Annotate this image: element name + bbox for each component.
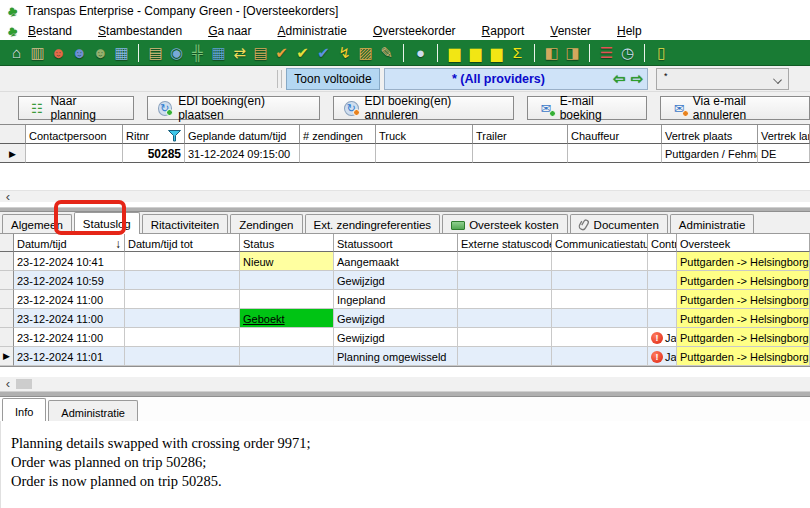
ferry-list-icon[interactable]: ▆ [486, 43, 507, 63]
naar-planning-button[interactable]: ☷ Naar planning [18, 96, 134, 120]
order-confirm-icon[interactable]: ✔ [292, 43, 313, 63]
flash-icon[interactable]: ↯ [334, 43, 355, 63]
row-selector[interactable] [0, 290, 14, 309]
menu-venster[interactable]: Venster [550, 24, 604, 38]
cell-datum-tijd[interactable]: 23-12-2024 11:00 [14, 328, 125, 347]
cell-contactpersoon[interactable] [26, 144, 123, 163]
cell-oversteek[interactable]: Puttgarden -> Helsingborg [677, 252, 810, 271]
edi-booking-place-button[interactable]: ↻ EDI boeking(en) plaatsen [147, 96, 320, 120]
planning-board-icon[interactable]: ▦ [208, 43, 229, 63]
col-datum-tijd[interactable]: Datum/tijd ↓ [14, 234, 125, 252]
row-selector[interactable] [0, 328, 14, 347]
cell-ritnr[interactable]: 50285 [123, 144, 185, 163]
order-accept-icon[interactable]: ✔ [271, 43, 292, 63]
cell-controle[interactable] [648, 309, 677, 328]
filter-funnel-icon[interactable] [168, 130, 181, 142]
cell-externe-statuscode[interactable] [458, 328, 552, 347]
tab-info[interactable]: Info [2, 398, 46, 421]
edi-booking-cancel-button[interactable]: ↻ EDI boeking(en) annuleren [333, 96, 514, 120]
cell-vertrek-plaats[interactable]: Puttgarden / Fehma [662, 144, 758, 163]
org-tree-icon[interactable]: ╬ [187, 43, 208, 63]
col-ritnr[interactable]: Ritnr [123, 125, 185, 144]
cell-externe-statuscode[interactable] [458, 309, 552, 328]
cell-statussoort[interactable]: Gewijzigd [334, 309, 458, 328]
door-in-icon[interactable]: ◧ [541, 43, 562, 63]
cell-datum-tijd-tot[interactable] [125, 347, 240, 366]
ferry-planning-icon[interactable]: ▆ [444, 43, 465, 63]
menu-bestand[interactable]: Bestand [28, 24, 85, 38]
relations-icon[interactable]: ☻ [48, 43, 69, 63]
tab-documenten[interactable]: Documenten [570, 214, 668, 233]
col-contactpersoon[interactable]: Contactpersoon [26, 125, 123, 144]
order-edit-icon[interactable]: ✎ [376, 43, 397, 63]
search-combobox[interactable]: * [656, 68, 789, 90]
chevron-down-icon[interactable] [773, 75, 782, 84]
cell-controle[interactable] [648, 271, 677, 290]
trailer-icon[interactable]: ▯ [651, 43, 672, 63]
cell-datum-tijd-tot[interactable] [125, 309, 240, 328]
cell-status[interactable] [240, 328, 334, 347]
tab-zendingen[interactable]: Zendingen [230, 214, 302, 233]
col-chauffeur[interactable]: Chauffeur [568, 125, 662, 144]
cell-statussoort[interactable]: Aangemaakt [334, 252, 458, 271]
col-geplande-datum[interactable]: Geplande datum/tijd [185, 125, 300, 144]
cell-controle[interactable] [648, 290, 677, 309]
row-selector[interactable]: ▶ [0, 347, 14, 366]
row-selector[interactable] [0, 252, 14, 271]
email-booking-button[interactable]: ✉ E-mail boeking [527, 96, 647, 120]
cell-status[interactable]: Geboekt [240, 309, 334, 328]
email-cancel-button[interactable]: ✉ Via e-mail annuleren [660, 96, 810, 120]
col-communicatiestatus[interactable]: Communicatiestatus [552, 234, 648, 252]
previous-provider-icon[interactable]: ⇦ [613, 71, 626, 86]
row-selector[interactable] [0, 271, 14, 290]
cell-vertrek-land[interactable]: DE [758, 144, 810, 163]
order-globe-icon[interactable]: ◉ [166, 43, 187, 63]
tab-administratie[interactable]: Administratie [670, 214, 754, 233]
compare-lists-icon[interactable]: ⇄ [229, 43, 250, 63]
cell-controle[interactable]: ! Ja [648, 328, 677, 347]
door-out-icon[interactable]: ◨ [562, 43, 583, 63]
col-truck[interactable]: Truck [376, 125, 473, 144]
cell-oversteek[interactable]: Puttgarden -> Helsingborg [677, 309, 810, 328]
col-zendingen[interactable]: # zendingen [300, 125, 376, 144]
cell-communicatiestatus[interactable] [552, 271, 648, 290]
scrollbar-thumb[interactable] [16, 379, 32, 389]
cell-trailer[interactable] [473, 144, 568, 163]
col-externe-statuscode[interactable]: Externe statuscode [458, 234, 552, 252]
scroll-left-icon[interactable]: ‹ [0, 379, 16, 389]
tab-ritactiviteiten[interactable]: Ritactiviteiten [142, 214, 228, 233]
cell-communicatiestatus[interactable] [552, 309, 648, 328]
menu-rapport[interactable]: Rapport [482, 24, 538, 38]
cell-status[interactable] [240, 290, 334, 309]
order-copy-icon[interactable]: ▤ [145, 43, 166, 63]
menu-administratie[interactable]: Administratie [278, 24, 360, 38]
cell-geplande-datum[interactable]: 31-12-2024 09:15:00 [185, 144, 300, 163]
company-icon[interactable]: ⌂ [6, 43, 27, 63]
tab-oversteek-kosten[interactable]: Oversteek kosten [442, 214, 567, 233]
col-vertrek-land[interactable]: Vertrek lan [758, 125, 810, 144]
depot-truck-icon[interactable]: ▥ [27, 43, 48, 63]
cell-externe-statuscode[interactable] [458, 252, 552, 271]
tab-algemeen[interactable]: Algemeen [2, 214, 72, 233]
cell-datum-tijd[interactable]: 23-12-2024 10:59 [14, 271, 125, 290]
scroll-left-icon[interactable]: ‹ [0, 192, 16, 202]
cell-communicatiestatus[interactable] [552, 252, 648, 271]
cell-oversteek[interactable]: Puttgarden -> Helsingborg [677, 271, 810, 290]
menu-ga-naar[interactable]: Ga naar [208, 24, 264, 38]
col-trailer[interactable]: Trailer [473, 125, 568, 144]
planning-calendar-icon[interactable]: ▦ [111, 43, 132, 63]
ferry-truck-icon[interactable]: ▆ [465, 43, 486, 63]
cell-truck[interactable] [376, 144, 473, 163]
next-provider-icon[interactable]: ⇨ [630, 71, 643, 86]
cell-oversteek[interactable]: Puttgarden -> Helsingborg [677, 290, 810, 309]
cell-datum-tijd-tot[interactable] [125, 252, 240, 271]
cell-datum-tijd-tot[interactable] [125, 271, 240, 290]
cell-datum-tijd[interactable]: 23-12-2024 11:01 [14, 347, 125, 366]
cell-statussoort[interactable]: Gewijzigd [334, 271, 458, 290]
col-controle[interactable]: Contr [648, 234, 677, 252]
cell-statussoort[interactable]: Gewijzigd [334, 328, 458, 347]
lower-horizontal-scrollbar[interactable]: ‹ [0, 377, 810, 391]
cell-zendingen[interactable] [300, 144, 376, 163]
cell-externe-statuscode[interactable] [458, 271, 552, 290]
col-status[interactable]: Status [240, 234, 334, 252]
